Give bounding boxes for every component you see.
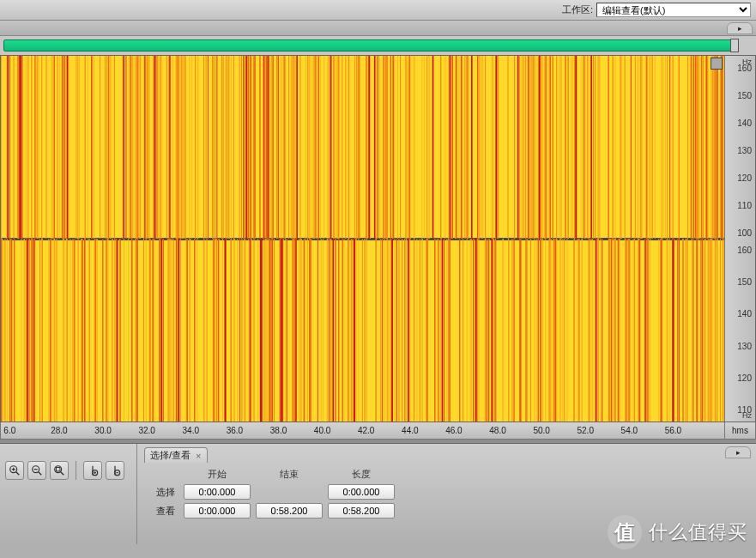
svg-line-844: [16, 472, 20, 476]
zoom-vertical-in-button[interactable]: [83, 461, 102, 480]
spectrogram-area[interactable]: Hz16015014013012011010016015014013012011…: [0, 55, 756, 422]
zoom-vertical-in-icon: [87, 464, 99, 476]
spectrogram-canvas[interactable]: [1, 56, 724, 422]
view-end-field[interactable]: [256, 503, 323, 519]
row-select-label: 选择: [144, 486, 178, 499]
svg-line-851: [61, 472, 64, 476]
top-bar: 工作区: 编辑查看(默认): [0, 0, 756, 21]
select-start-field[interactable]: [184, 484, 251, 500]
svg-point-850: [55, 466, 62, 473]
col-end-header: 结束: [256, 468, 323, 481]
frequency-ruler[interactable]: Hz16015014013012011010016015014013012011…: [724, 56, 755, 422]
selection-panel: ▸ 选择/查看 × 开始 结束 长度 选择 查看: [137, 444, 756, 544]
zoom-in-icon: [9, 464, 21, 476]
transport-end-handle[interactable]: [730, 39, 739, 52]
zoom-toolbar: [0, 444, 137, 544]
close-icon[interactable]: ×: [196, 451, 201, 461]
svg-rect-852: [57, 468, 60, 471]
view-start-field[interactable]: [184, 503, 251, 519]
zoom-fit-button[interactable]: [50, 461, 69, 480]
svg-rect-0: [1, 56, 724, 239]
tab-label: 选择/查看: [150, 449, 191, 462]
zoom-out-icon: [31, 464, 43, 476]
selection-corner-icon[interactable]: [711, 58, 723, 70]
view-length-field[interactable]: [328, 503, 395, 519]
toolbar-separator: [76, 461, 76, 480]
zoom-out-button[interactable]: [27, 461, 46, 480]
transport-track[interactable]: [3, 39, 732, 52]
bottom-panel: ▸ 选择/查看 × 开始 结束 长度 选择 查看: [0, 443, 756, 544]
selection-view-tab[interactable]: 选择/查看 ×: [144, 447, 208, 463]
chevron-right-icon: ▸: [736, 448, 741, 457]
transport-bar: [0, 36, 756, 55]
panel-tab-strip-top: ▸: [0, 21, 756, 36]
time-grid: 开始 结束 长度 选择 查看: [144, 468, 749, 519]
zoom-in-button[interactable]: [5, 461, 24, 480]
workspace-select[interactable]: 编辑查看(默认): [596, 3, 751, 17]
col-start-header: 开始: [184, 468, 251, 481]
editor-main: Hz16015014013012011010016015014013012011…: [0, 55, 756, 440]
workspace-label: 工作区:: [562, 3, 593, 16]
zoom-vertical-out-button[interactable]: [106, 461, 124, 480]
select-length-field[interactable]: [328, 484, 395, 500]
zoom-vertical-out-icon: [109, 464, 121, 476]
time-ruler-track[interactable]: 6.028.030.032.034.036.038.040.042.044.04…: [1, 422, 724, 439]
row-view-label: 查看: [144, 505, 178, 518]
panel-collapse-handle-bottom[interactable]: ▸: [725, 446, 751, 458]
col-length-header: 长度: [328, 468, 395, 481]
svg-line-848: [39, 472, 42, 476]
zoom-fit-icon: [53, 464, 65, 476]
panel-collapse-handle[interactable]: ▸: [727, 22, 753, 34]
time-ruler-unit: hms: [724, 422, 755, 439]
chevron-right-icon: ▸: [738, 24, 742, 33]
time-ruler[interactable]: 6.028.030.032.034.036.038.040.042.044.04…: [0, 422, 756, 440]
